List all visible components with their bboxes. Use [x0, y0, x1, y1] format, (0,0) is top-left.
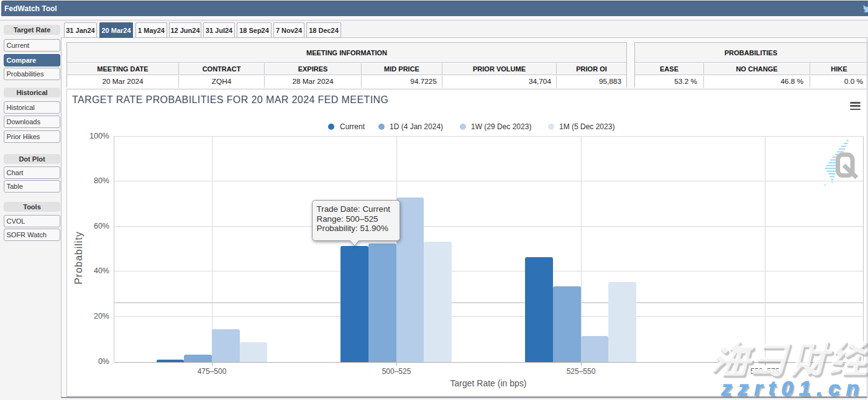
svg-text:Trade Date: Current: Trade Date: Current: [317, 204, 391, 214]
svg-text:Range: 500–525: Range: 500–525: [317, 214, 378, 224]
svg-text:Probability: 51.90%: Probability: 51.90%: [317, 224, 388, 233]
